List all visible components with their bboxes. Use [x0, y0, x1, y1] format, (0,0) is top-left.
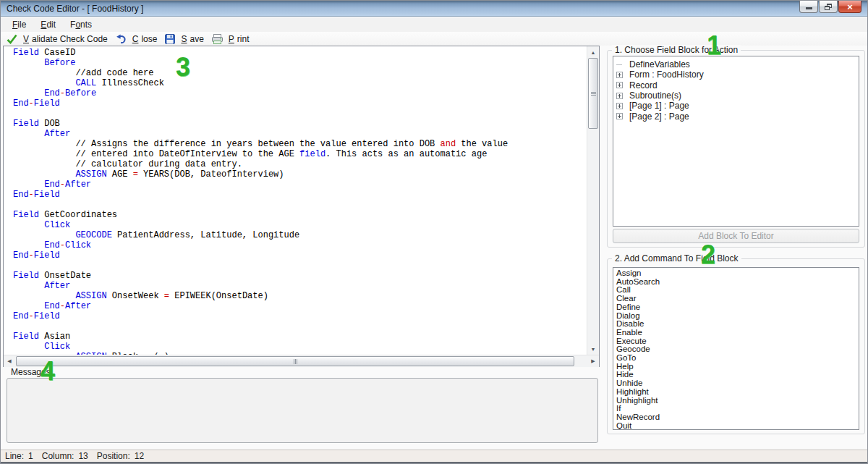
code-editor-content[interactable]: Field CaseID Before //add code here CALL…	[4, 46, 587, 355]
horizontal-scrollbar[interactable]: ◀ ▶	[4, 355, 599, 367]
command-item[interactable]: NewRecord	[616, 413, 859, 422]
print-button[interactable]: Print	[209, 33, 255, 45]
tree-connector	[616, 64, 622, 65]
code-line: // Assigns the difference in years betwe…	[13, 139, 587, 149]
code-line: End-After	[13, 301, 587, 311]
code-line: End-Before	[13, 88, 587, 98]
expand-icon[interactable]	[616, 103, 623, 109]
check-icon	[7, 34, 17, 44]
expand-icon[interactable]	[616, 82, 623, 88]
command-item[interactable]: AutoSearch	[616, 278, 859, 287]
command-item[interactable]: Dialog	[616, 312, 859, 321]
messages-panel	[7, 378, 598, 443]
validate-check-code-button[interactable]: Validate Check Code	[4, 33, 113, 45]
tree-item[interactable]: DefineVariables	[616, 59, 857, 69]
status-position-label: Position:	[97, 451, 130, 461]
code-line	[13, 321, 587, 332]
tree-item[interactable]: [Page 1] : Page	[616, 101, 857, 111]
code-line: Field GetCoordinates	[13, 210, 587, 220]
tree-item-label: Subroutine(s)	[626, 90, 681, 101]
status-column-value: 13	[78, 451, 88, 461]
check-code-editor-window: Check Code Editor - [ FoodHistory ] × Fi…	[0, 0, 868, 464]
field-block-groupbox-title: 1. Choose Field Block for Action	[612, 45, 741, 55]
command-list[interactable]: AssignAutoSearchCallClearDefineDialogDis…	[613, 267, 859, 430]
vertical-scrollbar-thumb[interactable]	[588, 58, 598, 129]
tree-item[interactable]: [Page 2] : Page	[616, 111, 857, 121]
menu-bar: FileEditFonts	[1, 17, 867, 32]
tree-item[interactable]: Subroutine(s)	[616, 90, 857, 101]
code-line: CALL IllnessCheck	[13, 78, 587, 88]
command-item[interactable]: Clear	[616, 295, 859, 303]
command-item[interactable]: Hide	[616, 371, 859, 379]
status-column-label: Column:	[42, 451, 75, 461]
command-item[interactable]: Call	[616, 286, 859, 295]
code-line: GEOCODE PatientAddress, Latitude, Longit…	[13, 230, 587, 240]
annotation-4: 4	[41, 358, 55, 384]
expand-icon[interactable]	[616, 93, 623, 99]
code-line: // calculator during data entry.	[13, 159, 587, 169]
status-line-value: 1	[28, 451, 33, 461]
tree-item-label: DefineVariables	[626, 59, 690, 69]
code-line	[13, 261, 587, 271]
restore-button[interactable]	[819, 1, 838, 13]
scroll-right-icon[interactable]: ▶	[587, 355, 599, 367]
tree-item-label: Form : FoodHistory	[626, 69, 704, 80]
print-icon	[212, 34, 223, 44]
code-line: End-Field	[13, 250, 587, 261]
code-editor[interactable]: Field CaseID Before //add code here CALL…	[3, 46, 600, 367]
field-block-tree[interactable]: DefineVariablesForm : FoodHistoryRecordS…	[613, 56, 859, 227]
command-item[interactable]: Execute	[616, 337, 859, 346]
restore-icon	[825, 4, 832, 10]
annotation-1: 1	[707, 33, 721, 59]
tree-item-label: [Page 1] : Page	[626, 101, 689, 111]
save-button[interactable]: Save	[162, 33, 208, 45]
horizontal-scrollbar-thumb[interactable]	[16, 356, 574, 366]
tree-item[interactable]: Record	[616, 80, 857, 90]
menu-item-edit[interactable]: Edit	[33, 18, 63, 31]
scroll-left-icon[interactable]: ◀	[4, 355, 15, 367]
expand-icon[interactable]	[616, 72, 623, 78]
scroll-down-icon[interactable]: ▼	[587, 343, 599, 355]
scroll-up-icon[interactable]: ▲	[587, 46, 599, 58]
code-line: Field OnsetDate	[13, 271, 587, 281]
command-item[interactable]: Geocode	[616, 345, 859, 354]
command-item[interactable]: Disable	[616, 320, 859, 329]
title-bar[interactable]: Check Code Editor - [ FoodHistory ] ×	[1, 1, 867, 17]
expand-icon[interactable]	[616, 113, 623, 119]
command-item[interactable]: Unhide	[616, 379, 859, 388]
code-line	[13, 200, 587, 210]
command-item[interactable]: Assign	[616, 269, 859, 278]
code-line: // entered into DateOfInterview to the A…	[13, 149, 587, 159]
command-item[interactable]: Quit	[616, 422, 859, 430]
code-line: Field DOB	[13, 119, 587, 129]
command-groupbox-title: 2. Add Command To Field Block	[612, 253, 741, 263]
code-line: End-Click	[13, 240, 587, 250]
tree-item-label: [Page 2] : Page	[626, 111, 689, 122]
add-block-to-editor-button[interactable]: Add Block To Editor	[613, 229, 859, 243]
menu-item-file[interactable]: File	[5, 18, 33, 31]
command-item[interactable]: Help	[616, 363, 859, 371]
toolbar: Validate Check CodeCloseSavePrint	[1, 32, 867, 46]
close-button[interactable]: Close	[113, 33, 163, 45]
command-item[interactable]: GoTo	[616, 354, 859, 363]
menu-item-fonts[interactable]: Fonts	[63, 18, 99, 31]
undo-icon	[116, 33, 127, 44]
minimize-button[interactable]	[799, 1, 818, 13]
code-line: Field Asian	[13, 332, 587, 342]
code-line: //add code here	[13, 68, 587, 78]
code-line: After	[13, 281, 587, 291]
scrollbar-grip	[591, 92, 596, 96]
annotation-3: 3	[176, 54, 190, 80]
code-line: Click	[13, 342, 587, 352]
tree-item[interactable]: Form : FoodHistory	[616, 69, 857, 80]
code-line: Click	[13, 220, 587, 230]
command-item[interactable]: Define	[616, 303, 859, 312]
close-button[interactable]: ×	[838, 1, 861, 13]
command-item[interactable]: Unhighlight	[616, 397, 859, 405]
vertical-scrollbar[interactable]: ▲ ▼	[587, 46, 599, 355]
command-item[interactable]: Enable	[616, 329, 859, 337]
code-line: Before	[13, 58, 587, 68]
minimize-icon	[806, 7, 812, 9]
command-item[interactable]: Highlight	[616, 388, 859, 397]
window-title: Check Code Editor - [ FoodHistory ]	[7, 4, 143, 14]
